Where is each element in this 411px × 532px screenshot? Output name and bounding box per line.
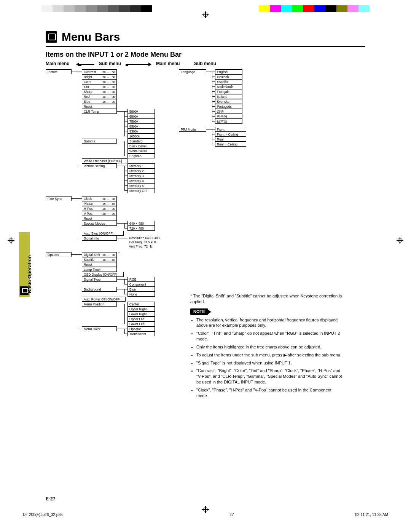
section-title: Items on the INPUT 1 or 2 Mode Menu Bar [46, 51, 365, 59]
tree-box: Black Detail [127, 144, 155, 149]
tree-box: Nederlands [215, 84, 242, 89]
page-title: Menu Bars [62, 30, 120, 43]
tree-box: Menu Position [82, 302, 117, 307]
tree-box: Memory OFF [127, 188, 155, 193]
note-badge: NOTE [190, 308, 208, 315]
tree-box: 9300k [127, 129, 155, 134]
tree-box: Brighten [127, 153, 155, 158]
tree-box: None [127, 292, 155, 297]
tree-box: 日本語 [215, 119, 242, 124]
tree-box: Upper Right [127, 307, 155, 312]
tree-box: White Detail [127, 149, 155, 153]
note-asterisk: * The "Digital Shift" and "Subtitle" can… [190, 293, 342, 305]
note-item: To adjust the items under the sub menu, … [196, 352, 342, 358]
tree-box: Bright−30 ↔ +30 [82, 74, 117, 79]
tree-box: Lamp Timer [82, 267, 117, 272]
tree-box: Deutsch [215, 74, 242, 79]
tree-box: 10500k [127, 134, 155, 139]
tree-box: Blue−30 ↔ +30 [82, 99, 117, 104]
tree-box: Contrast−30 ↔ +30 [82, 69, 117, 74]
tree-box: Rear + Ceiling [215, 142, 246, 147]
note-badge-arrow-icon [207, 309, 211, 315]
footer-date: 02.11.21, 11:38 AM [355, 513, 388, 517]
registration-mark [397, 237, 403, 244]
tree-box: Upper Left [127, 316, 155, 321]
tree-box: 5500k [127, 109, 155, 114]
tree-box: Options [46, 252, 72, 257]
tree-box: Phase−15 ↔ +15 [82, 201, 117, 206]
tree-box: Digital Shift−30 ↔ +30 [82, 252, 117, 257]
notes-list: The resolution, vertical frequency and h… [190, 317, 342, 399]
tree-box: Opaque [127, 326, 155, 331]
tree-box: Language [179, 69, 206, 74]
tree-box: Memory 5 [127, 183, 155, 188]
tree-box: Français [215, 89, 242, 94]
tree-box: Background [82, 287, 117, 292]
tree-box: English [215, 69, 242, 74]
tree-box: Memory 1 [127, 163, 155, 168]
colhead-main1: Main menu [46, 61, 70, 66]
tree-box: Picture [46, 69, 72, 74]
tree-box: H-Pos−30 ↔ +30 [82, 206, 117, 211]
page-number: E-27 [46, 496, 55, 502]
footer: DT-200(E)#p26_32.p65 27 02.11.21, 11:38 … [23, 513, 388, 517]
tree-box: Signal Type [82, 277, 117, 282]
tree-box: Português [215, 104, 242, 109]
column-heads: Main menu Sub menu Main menu Sub menu [46, 61, 365, 68]
tree-box: Picture Setting [82, 163, 117, 168]
tree-box: 720 × 480 [127, 226, 155, 231]
tree-box: RGB [127, 277, 155, 282]
note-item: "Contrast", "Bright", "Color", "Tint" an… [196, 368, 342, 385]
tree-box: Lower Left [127, 321, 155, 326]
tree-box: Component [127, 282, 155, 287]
tree-box: 6500k [127, 114, 155, 119]
tree-box: Sharp−30 ↔ +30 [82, 89, 117, 94]
tree-box: Rear [215, 137, 246, 142]
tree-box: 8500k [127, 124, 155, 129]
tree-box: Resolution 640 × 480 [127, 236, 169, 240]
tree-box: Reset [82, 262, 117, 267]
tree-box: Clock−30 ↔ +30 [82, 196, 117, 201]
tree-box: Translucent [127, 331, 155, 336]
tree-box: Subtitle−10 ↔ +10 [82, 257, 117, 262]
tree-box: Vert Freq. 72 Hz [127, 244, 169, 248]
tree-box: Lower Right [127, 312, 155, 316]
tree-box: OSD Display [ON/OFF] [82, 272, 124, 277]
tree-box: Gamma [82, 139, 117, 144]
tree-box: Signal Info [82, 236, 117, 241]
footer-file: DT-200(E)#p26_32.p65 [23, 513, 63, 517]
tree-box: Reset [82, 216, 117, 221]
tree-box: Center [127, 302, 155, 307]
tree-box: Auto Power Off [ON/OFF] [82, 297, 126, 302]
side-tab: Basic Operation [19, 232, 30, 297]
tree-box: Red−30 ↔ +30 [82, 94, 117, 99]
colhead-main2: Main menu [156, 61, 180, 66]
footer-num: 27 [229, 513, 234, 517]
colorbar-left [30, 5, 152, 12]
tree-box: Memory 3 [127, 173, 155, 178]
note-item: The resolution, vertical frequency and h… [196, 317, 342, 329]
tree-box: Svenska [215, 99, 242, 104]
title-icon [46, 31, 57, 43]
notes-block: * The "Digital Shift" and "Subtitle" can… [190, 293, 342, 401]
tree-box: Italiano [215, 94, 242, 99]
tree-box: Front [215, 127, 246, 132]
tree-box: Tint−30 ↔ +30 [82, 84, 117, 89]
tree-box: Hor Freq. 37.5 kHz [127, 240, 169, 244]
tree-box: 7500k [127, 119, 155, 124]
arrow-right-icon [126, 64, 148, 65]
tree-box: Español [215, 79, 242, 84]
tree-box: 汉语 [215, 109, 242, 114]
note-item: "Color", "Tint", and "Sharp" do not appe… [196, 331, 342, 342]
tree-box: Special Modes [82, 221, 117, 226]
arrow-left-icon [79, 64, 94, 65]
tree-box: Standard [127, 139, 155, 144]
tree-box: Front + Ceiling [215, 132, 246, 137]
tree-box: V-Pos−30 ↔ +30 [82, 211, 117, 216]
tree-box: 한국어 [215, 114, 242, 119]
tree-box: PRJ Mode [179, 127, 206, 132]
tree-box: Blue [127, 287, 155, 292]
note-item: "Signal Type" is not displayed when usin… [196, 360, 342, 366]
note-item: "Clock", "Phase", "H-Pos" and "V-Pos" ca… [196, 387, 342, 399]
note-item: Only the items highlighted in the tree c… [196, 344, 342, 350]
